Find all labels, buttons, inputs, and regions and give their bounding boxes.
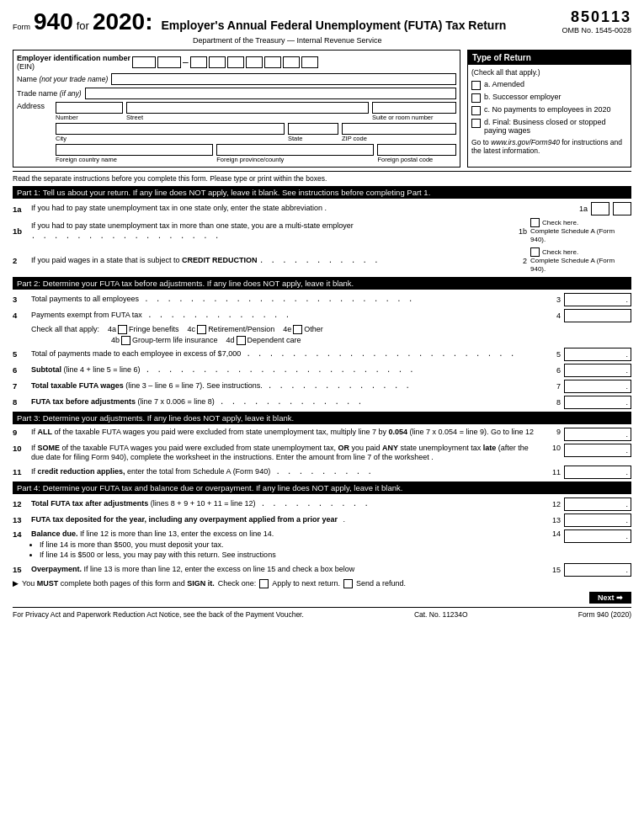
- part2-desc: Determine your FUTA tax before adjustmen…: [43, 279, 354, 288]
- state-box-2[interactable]: [613, 202, 631, 215]
- ein-seg1[interactable]: [132, 56, 156, 68]
- line-4-row: 4 Payments exempt from FUTA tax . . . . …: [13, 309, 631, 322]
- label-group-term: Group-term life insurance: [132, 336, 218, 344]
- checkbox-b[interactable]: [471, 93, 481, 103]
- line-3-num: 3: [13, 295, 28, 304]
- line-13-num: 13: [13, 515, 28, 524]
- line-1b-desc: If you had to pay state unemployment tax…: [31, 221, 508, 241]
- foreign-country-input[interactable]: [56, 144, 213, 156]
- zip-sublabel: ZIP code: [342, 135, 456, 142]
- foreign-province-sublabel: Foreign province/county: [216, 156, 374, 163]
- check-1b-label: Check here.: [542, 219, 578, 226]
- line-10-num: 10: [13, 444, 28, 453]
- line-10-label: 10: [546, 444, 561, 452]
- checkbox-4c: 4c Retirement/Pension: [188, 325, 275, 334]
- state-box-1[interactable]: [591, 202, 609, 215]
- state-boxes: [591, 202, 631, 215]
- line-9-answer-area: 9: [546, 428, 631, 441]
- name-label: Name (not your trade name): [17, 75, 108, 83]
- part3-desc: Determine your adjustments. If any line …: [43, 413, 295, 423]
- foreign-postal-input[interactable]: [377, 144, 456, 156]
- line-12-desc: Total FUTA tax after adjustments (lines …: [31, 499, 542, 509]
- ein-seg4[interactable]: [209, 56, 226, 68]
- bullet-14a: If line 14 is more than $500, you must d…: [40, 540, 542, 551]
- part3-header: Part 3: Determine your adjustments. If a…: [13, 412, 631, 424]
- line-15-row: 15 Overpayment. If line 13 is more than …: [13, 563, 631, 577]
- address-number-input[interactable]: [56, 102, 123, 114]
- ein-seg6[interactable]: [246, 56, 263, 68]
- line-5-num: 5: [13, 349, 28, 359]
- line-1b-num: 1b: [13, 226, 28, 236]
- line-14-answer[interactable]: [564, 529, 631, 543]
- line-1a-row: 1a If you had to pay state unemployment …: [13, 202, 631, 215]
- address-state-input[interactable]: [288, 123, 338, 135]
- part1-header: Part 1: Tell us about your return. If an…: [13, 186, 631, 199]
- check-4c[interactable]: [197, 325, 206, 334]
- ein-seg5[interactable]: [227, 56, 244, 68]
- line-6-answer[interactable]: [564, 364, 631, 377]
- label-d: d. Final: Business closed or stopped pay…: [484, 118, 627, 135]
- ein-seg3[interactable]: [190, 56, 207, 68]
- address-street-input[interactable]: [126, 102, 369, 114]
- check-4d[interactable]: [237, 336, 246, 345]
- check-2[interactable]: [530, 247, 540, 257]
- next-button[interactable]: Next ➡: [589, 592, 631, 604]
- city-sublabel: City: [56, 135, 285, 142]
- line-13-answer[interactable]: [564, 513, 631, 527]
- line-10-row: 10 If SOME of the taxable FUTA wages you…: [13, 444, 631, 463]
- foreign-country-sublabel: Foreign country name: [56, 156, 213, 163]
- checkbox-successor: b. Successor employer: [471, 93, 627, 103]
- line-5-desc: Total of payments made to each employee …: [31, 349, 542, 359]
- checkbox-d[interactable]: [471, 119, 481, 128]
- line-14-label: 14: [546, 529, 561, 538]
- ein-seg7[interactable]: [264, 56, 281, 68]
- label-dependent-care: Dependent care: [247, 336, 301, 344]
- overpayment-text: You MUST complete both pages of this for…: [22, 579, 215, 588]
- type-of-return-header: Type of Return: [468, 51, 631, 65]
- checkbox-4e: 4e Other: [283, 325, 323, 334]
- line-1a-label: 1a: [572, 205, 588, 213]
- checkbox-4b: 4b Group-term life insurance: [111, 336, 218, 345]
- ein-seg8[interactable]: [283, 56, 300, 68]
- check-4b[interactable]: [121, 336, 130, 345]
- line-3-row: 3 Total payments to all employees . . . …: [13, 293, 631, 306]
- ein-seg9[interactable]: [301, 56, 318, 68]
- line-10-answer-area: 10: [546, 444, 631, 457]
- line-8-label: 8: [546, 398, 561, 407]
- line-3-label: 3: [546, 295, 561, 304]
- line-10-answer[interactable]: [564, 444, 631, 457]
- check-apply-return[interactable]: [259, 579, 269, 588]
- name-input[interactable]: [111, 73, 456, 85]
- checkbox-a[interactable]: [471, 81, 481, 90]
- label-4b: 4b: [111, 336, 120, 344]
- line-13-label: 13: [546, 516, 561, 524]
- foreign-province-input[interactable]: [216, 144, 374, 156]
- line-14-row: 14 Balance due. If line 12 is more than …: [13, 529, 631, 561]
- line-15-answer[interactable]: [564, 563, 631, 577]
- line-4-answer[interactable]: [564, 309, 631, 322]
- check-4e[interactable]: [293, 325, 302, 334]
- line-5-answer[interactable]: [564, 348, 631, 361]
- line-1a-desc: If you had to pay state unemployment tax…: [31, 204, 569, 214]
- checkbox-amended: a. Amended: [471, 80, 627, 90]
- check-1b[interactable]: [530, 218, 540, 227]
- checkbox-c[interactable]: [471, 106, 481, 115]
- check-4a[interactable]: [118, 325, 127, 334]
- line-7-answer[interactable]: [564, 380, 631, 393]
- line-3-answer[interactable]: [564, 293, 631, 306]
- apply-return-label: Apply to next return.: [272, 579, 340, 588]
- label-b: b. Successor employer: [484, 93, 562, 101]
- address-city-input[interactable]: [56, 123, 285, 135]
- address-suite-input[interactable]: [372, 102, 456, 114]
- address-zip-input[interactable]: [342, 123, 456, 135]
- check-send-refund[interactable]: [343, 579, 353, 588]
- line-9-answer[interactable]: [564, 428, 631, 441]
- line-8-answer[interactable]: [564, 396, 631, 409]
- line-12-answer[interactable]: [564, 497, 631, 511]
- ein-seg2[interactable]: [157, 56, 181, 68]
- line-4-desc: Payments exempt from FUTA tax . . . . . …: [31, 311, 542, 321]
- trade-name-input[interactable]: [85, 88, 456, 99]
- line-2-row: 2 If you paid wages in a state that is s…: [13, 247, 631, 274]
- line-11-answer[interactable]: [564, 466, 631, 479]
- line-9-desc: If ALL of the taxable FUTA wages you pai…: [31, 428, 542, 438]
